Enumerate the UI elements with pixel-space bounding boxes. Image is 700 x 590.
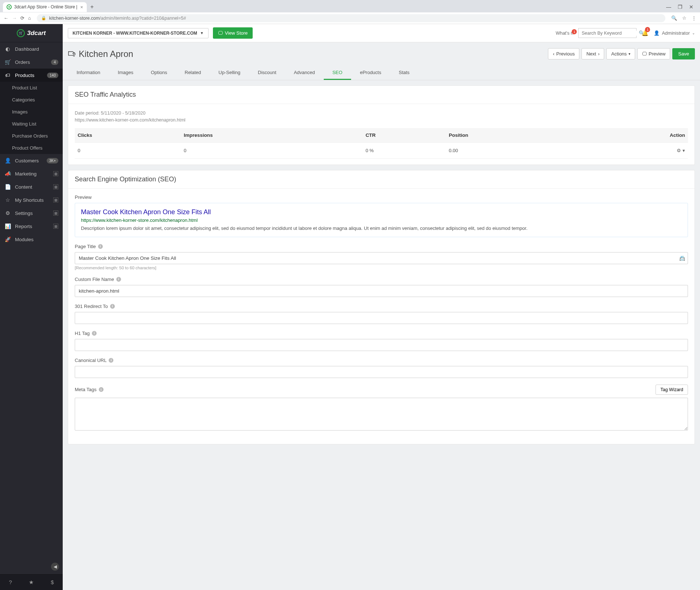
- tab-discount[interactable]: Discount: [249, 66, 285, 80]
- sidebar-sub-item-product-offers[interactable]: Product Offers: [0, 142, 63, 154]
- collapse-sidebar-button[interactable]: ◀: [51, 563, 59, 571]
- next-button[interactable]: Next›: [582, 48, 604, 59]
- cogs-icon: ⚙: [4, 210, 11, 216]
- notifications-button[interactable]: 🔔 1: [642, 30, 649, 36]
- window-minimize-icon[interactable]: —: [666, 4, 671, 9]
- monitor-icon: 🖵: [642, 51, 647, 57]
- sidebar-item-customers[interactable]: 👤Customers3K+: [0, 154, 63, 167]
- whats-new-link[interactable]: What's n 1: [556, 31, 573, 36]
- seo-preview-title: Master Cook Kitchen Apron One Size Fits …: [81, 208, 682, 216]
- custom-file-label: Custom File Name: [75, 277, 114, 282]
- sidebar-item-products[interactable]: 🏷Products140: [0, 69, 63, 82]
- home-button[interactable]: ⌂: [28, 15, 31, 21]
- search-box[interactable]: 🔍: [578, 28, 637, 38]
- sidebar-item-orders[interactable]: 🛒Orders4: [0, 55, 63, 69]
- tab-close-icon[interactable]: ×: [80, 4, 83, 10]
- sidebar-item-modules[interactable]: 🚀Modules: [0, 233, 63, 246]
- address-bar: ← → ⟳ ⌂ 🔒 kitchen-korner-store.com/admin…: [0, 12, 700, 24]
- chevron-left-icon: ‹: [553, 51, 554, 57]
- logo[interactable]: 3dcart: [0, 24, 63, 42]
- col-impressions: Impressions: [181, 128, 363, 143]
- canonical-input[interactable]: [75, 366, 688, 378]
- preview-button[interactable]: 🖵Preview: [637, 48, 670, 59]
- sidebar-sub-item-purchase-orders[interactable]: Purchase Orders: [0, 130, 63, 142]
- save-button[interactable]: Save: [672, 48, 695, 59]
- browser-tab[interactable]: 3dcart App Store - Online Store | ×: [3, 2, 87, 12]
- tab-seo[interactable]: SEO: [324, 66, 351, 80]
- chevron-right-icon: ›: [598, 51, 599, 57]
- user-menu[interactable]: 👤 Administrator ⌄: [654, 30, 695, 36]
- sidebar-item-label: Reports: [15, 224, 32, 229]
- sidebar-item-settings[interactable]: ⚙Settings⊞: [0, 207, 63, 220]
- info-icon[interactable]: i: [92, 331, 97, 336]
- cart-icon: 🛒: [4, 59, 11, 65]
- sidebar-item-dashboard[interactable]: ◐Dashboard: [0, 42, 63, 55]
- forward-button[interactable]: →: [12, 15, 17, 21]
- user-icon: 👤: [4, 158, 11, 163]
- view-store-button[interactable]: 🖵 View Store: [213, 27, 253, 39]
- tab-stats[interactable]: Stats: [390, 66, 419, 80]
- store-selector[interactable]: KITCHEN KORNER - WWW.KITCHEN-KORNER-STOR…: [68, 28, 209, 38]
- custom-file-input[interactable]: [75, 285, 688, 297]
- analytics-panel: SEO Traffic Analytics Date period: 5/11/…: [68, 85, 695, 165]
- chevron-down-icon: ▼: [200, 31, 204, 35]
- sidebar-sub-item-product-list[interactable]: Product List: [0, 82, 63, 94]
- sidebar-item-reports[interactable]: 📊Reports⊞: [0, 220, 63, 233]
- back-button[interactable]: ←: [4, 15, 8, 21]
- topbar: KITCHEN KORNER - WWW.KITCHEN-KORNER-STOR…: [63, 24, 700, 42]
- row-action-menu[interactable]: ⚙ ▾: [677, 148, 685, 153]
- actions-dropdown[interactable]: Actions▾: [606, 48, 635, 59]
- badge: 140: [47, 73, 58, 78]
- url-field[interactable]: 🔒 kitchen-korner-store.com/admin/iteminf…: [37, 14, 665, 22]
- sidebar-sub-item-images[interactable]: Images: [0, 106, 63, 118]
- previous-button[interactable]: ‹Previous: [548, 48, 579, 59]
- new-tab-button[interactable]: +: [90, 4, 94, 10]
- tag-wizard-button[interactable]: Tag Wizard: [656, 385, 688, 395]
- window-close-icon[interactable]: ✕: [689, 4, 693, 9]
- tab-options[interactable]: Options: [142, 66, 176, 80]
- info-icon[interactable]: i: [110, 304, 115, 309]
- info-icon[interactable]: i: [116, 277, 121, 282]
- tab-images[interactable]: Images: [109, 66, 142, 80]
- menu-icon[interactable]: ⋮: [692, 15, 696, 21]
- info-icon[interactable]: i: [98, 244, 103, 249]
- logo-text: 3dcart: [27, 30, 46, 37]
- sidebar-item-marketing[interactable]: 📣Marketing⊞: [0, 167, 63, 180]
- window-maximize-icon[interactable]: ❐: [678, 4, 682, 9]
- main-content: KITCHEN KORNER - WWW.KITCHEN-KORNER-STOR…: [63, 24, 700, 590]
- help-button[interactable]: ?: [0, 575, 21, 590]
- seo-panel: Search Engine Optimization (SEO) Preview…: [68, 170, 695, 444]
- caret-down-icon: ▾: [629, 52, 630, 56]
- favorites-button[interactable]: ★: [21, 575, 42, 590]
- redirect-input[interactable]: [75, 312, 688, 324]
- billing-button[interactable]: $: [42, 575, 63, 590]
- sidebar-sub-item-categories[interactable]: Categories: [0, 94, 63, 106]
- analytics-date-period: Date period: 5/11/2020 - 5/18/2020: [75, 110, 688, 117]
- sidebar-item-label: My Shortcuts: [15, 197, 44, 203]
- info-icon[interactable]: i: [99, 387, 104, 392]
- logo-icon: [17, 29, 25, 37]
- tab-information[interactable]: Information: [68, 66, 109, 80]
- star-icon: ☆: [4, 197, 11, 203]
- contact-card-icon[interactable]: 📇: [679, 255, 685, 261]
- chart-icon: 📊: [4, 223, 11, 229]
- info-icon[interactable]: i: [109, 358, 113, 363]
- sidebar-sub-item-waiting-list[interactable]: Waiting List: [0, 118, 63, 130]
- sidebar-item-label: Dashboard: [15, 46, 39, 52]
- search-input[interactable]: [582, 31, 639, 36]
- tab-up-selling[interactable]: Up-Selling: [210, 66, 249, 80]
- sidebar-item-content[interactable]: 📄Content⊞: [0, 180, 63, 193]
- sidebar-item-label: Marketing: [15, 171, 36, 177]
- page-title-input[interactable]: [75, 252, 688, 264]
- redirect-label: 301 Redirect To: [75, 304, 108, 309]
- h1-input[interactable]: [75, 339, 688, 351]
- reload-button[interactable]: ⟳: [20, 15, 24, 21]
- tab-eproducts[interactable]: eProducts: [351, 66, 390, 80]
- meta-textarea[interactable]: [75, 398, 688, 431]
- bookmark-icon[interactable]: ☆: [682, 15, 687, 21]
- meta-label: Meta Tags: [75, 387, 97, 392]
- tab-related[interactable]: Related: [176, 66, 210, 80]
- sidebar-item-my-shortcuts[interactable]: ☆My Shortcuts⊞: [0, 193, 63, 207]
- zoom-icon[interactable]: 🔍: [671, 15, 677, 21]
- tab-advanced[interactable]: Advanced: [285, 66, 324, 80]
